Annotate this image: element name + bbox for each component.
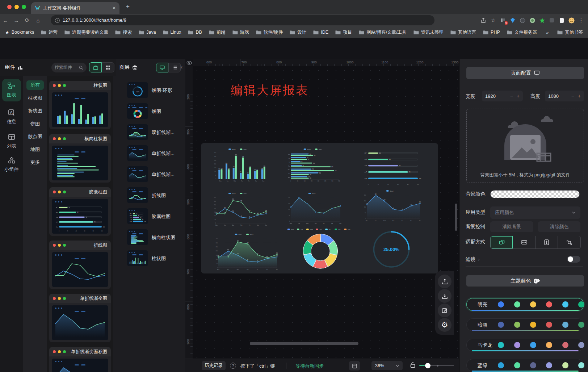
layer-item[interactable]: 厦门20南阳40北京60上海80新疆100 胶囊柱图: [113, 206, 186, 227]
layer-item[interactable]: 单折线渐...: [113, 143, 186, 164]
nav-item-charts[interactable]: 图表: [2, 79, 21, 101]
page-config-header[interactable]: 页面配置: [466, 67, 584, 79]
help-icon[interactable]: ?: [230, 363, 236, 369]
width-stepper[interactable]: 1920 −+: [482, 91, 523, 101]
canvas-chart-area1[interactable]: data1050100150200MonTueWedThuFriSatSun12…: [362, 189, 422, 222]
editor-canvas[interactable]: 6007008009001000110012001300 20030040050…: [185, 59, 459, 372]
extension-icon[interactable]: [529, 17, 536, 24]
back-icon[interactable]: ←: [0, 17, 11, 24]
app-type-select[interactable]: 应用颜色: [490, 206, 580, 219]
bg-color-swatch[interactable]: [490, 190, 580, 198]
reload-icon[interactable]: ⟳: [22, 17, 33, 24]
export-button[interactable]: [438, 275, 452, 288]
ruler-corner[interactable]: [185, 59, 193, 66]
fit-scale-option[interactable]: [491, 236, 513, 248]
layout-toggle-button[interactable]: [349, 361, 360, 371]
theme-row[interactable]: 暗淡: [466, 318, 584, 331]
minimize-window-button[interactable]: [14, 5, 19, 9]
collapse-panel-icon[interactable]: ‹: [181, 64, 182, 70]
canvas-chart-gauge[interactable]: 25.00%: [368, 227, 415, 269]
layer-item[interactable]: 柱状图: [113, 248, 186, 269]
component-card[interactable]: 单折线渐变图: [49, 294, 111, 344]
nav-item-widgets[interactable]: 小组件: [2, 154, 21, 176]
extension-icon[interactable]: [539, 17, 545, 24]
bookmarks-root[interactable]: ★Bookmarks: [5, 30, 34, 35]
canvas-chart-line2[interactable]: data1data2050100150200250300350MonTueWed…: [212, 192, 268, 226]
bookmark-folder[interactable]: 设计: [290, 29, 306, 35]
canvas-chart-capsule[interactable]: 厦门20南阳40北京60上海80新疆100020406080100: [362, 148, 423, 186]
bookmark-folder[interactable]: 文件服务器: [507, 29, 537, 35]
home-icon[interactable]: ⌂: [33, 17, 43, 24]
bookmark-folder[interactable]: Java: [139, 30, 156, 35]
bookmark-folder[interactable]: DB: [188, 30, 202, 35]
layer-item[interactable]: 折线图: [113, 185, 186, 206]
fit-width-option[interactable]: [513, 236, 536, 248]
bookmark-folder[interactable]: 搜索: [115, 29, 132, 35]
layer-item[interactable]: 饼图: [113, 101, 186, 122]
layer-item[interactable]: 横向柱状图: [113, 227, 186, 248]
bookmark-folder[interactable]: 运营: [41, 29, 58, 35]
canvas-title-text[interactable]: 编辑大屏报表: [231, 82, 309, 99]
theme-row[interactable]: 蓝绿: [466, 359, 584, 372]
bookmarks-overflow-icon[interactable]: »: [546, 30, 549, 35]
bookmark-folder[interactable]: IDE: [313, 30, 328, 35]
category-item[interactable]: 所有: [26, 80, 44, 90]
component-card[interactable]: 横向柱状图: [49, 134, 111, 185]
background-upload-dropzone[interactable]: 背景图需小于 5M，格式为 png/jpg/gif 的文件: [466, 109, 584, 183]
theme-row[interactable]: 马卡龙: [466, 339, 584, 351]
canvas-chart-hbar[interactable]: data1data2050100150200250300350Sun130160…: [286, 148, 344, 182]
layers-list-view-toggle[interactable]: [168, 63, 181, 72]
category-item[interactable]: 散点图: [26, 132, 44, 141]
forward-icon[interactable]: →: [11, 17, 22, 24]
other-bookmarks[interactable]: 其他书签: [557, 29, 583, 35]
lock-icon[interactable]: [410, 362, 415, 368]
canvas-chart-line1[interactable]: data1050100150200MonTueWedThuFriSatSun: [286, 192, 342, 225]
bookmark-folder[interactable]: Linux: [163, 30, 181, 35]
theme-row[interactable]: 明亮: [466, 298, 584, 311]
width-minus-button[interactable]: −: [510, 93, 513, 99]
layer-item[interactable]: 双折线渐...: [113, 122, 186, 143]
bookmark-star-icon[interactable]: ☆: [490, 17, 496, 24]
category-item[interactable]: 柱状图: [26, 93, 44, 103]
component-card[interactable]: 单折线渐变面积图: [49, 347, 111, 372]
canvas-horizontal-scrollbar[interactable]: [250, 342, 358, 345]
browser-tab[interactable]: 工作空间-各种组件 ✕: [31, 2, 119, 14]
settings-gear-icon[interactable]: ⚙: [438, 318, 452, 332]
layer-item[interactable]: 单折线渐...: [113, 164, 186, 185]
width-plus-button[interactable]: +: [517, 93, 520, 99]
fit-stretch-option[interactable]: [558, 236, 580, 248]
bookmark-folder[interactable]: 近期需要读的文章: [64, 29, 108, 35]
bookmark-folder[interactable]: 项目: [335, 29, 352, 35]
bookmark-folder[interactable]: PHP: [483, 30, 500, 35]
filter-toggle[interactable]: [567, 256, 580, 263]
extension-icon[interactable]: [509, 17, 516, 24]
category-item[interactable]: 折线图: [26, 106, 44, 116]
close-window-button[interactable]: [7, 5, 12, 9]
url-input[interactable]: i 127.0.0.1:3000/#/chart/home/9: [51, 15, 434, 25]
layers-thumbnail-view-toggle[interactable]: [156, 63, 168, 72]
bookmark-folder[interactable]: 网站/博客/文章/工具: [359, 29, 406, 35]
category-item[interactable]: 饼图: [26, 119, 44, 129]
bookmark-folder[interactable]: 游戏: [232, 29, 249, 35]
tab-close-icon[interactable]: ✕: [112, 5, 116, 11]
extensions-puzzle-icon[interactable]: [549, 17, 555, 24]
clear-background-button[interactable]: 清除背景: [490, 221, 533, 232]
layer-item[interactable]: 75% 饼图-环形: [113, 80, 186, 101]
canvas-vertical-scrollbar[interactable]: [455, 204, 457, 231]
component-card[interactable]: 折线图: [49, 241, 111, 291]
nav-item-info[interactable]: A 信息: [2, 106, 21, 128]
bookmark-folder[interactable]: 其他语言: [450, 29, 476, 35]
height-minus-button[interactable]: −: [571, 93, 574, 99]
new-tab-button[interactable]: +: [126, 3, 130, 10]
fit-height-option[interactable]: [536, 236, 558, 248]
share-icon[interactable]: [480, 17, 487, 24]
grid-view-toggle[interactable]: [102, 62, 114, 72]
component-card[interactable]: 柱状图: [49, 81, 111, 131]
edit-button[interactable]: [438, 304, 452, 317]
extension-icon[interactable]: [558, 17, 565, 24]
dashboard-board[interactable]: data1data2050100150200250300350MonTueWed…: [201, 143, 438, 273]
import-button[interactable]: [438, 289, 452, 303]
browser-menu-icon[interactable]: ⋮: [578, 17, 584, 24]
theme-color-header[interactable]: 主题颜色: [466, 275, 584, 287]
bookmark-folder[interactable]: 前端: [209, 29, 226, 35]
